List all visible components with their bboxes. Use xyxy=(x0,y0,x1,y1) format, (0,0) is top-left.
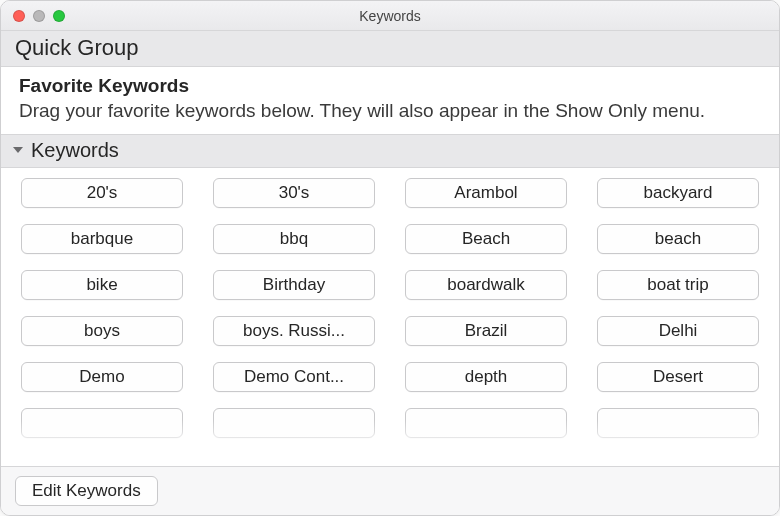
keyword-button[interactable]: beach xyxy=(597,224,759,254)
keyword-button[interactable]: Brazil xyxy=(405,316,567,346)
bottom-toolbar: Edit Keywords xyxy=(1,466,779,515)
zoom-icon[interactable] xyxy=(53,10,65,22)
keyword-button[interactable] xyxy=(405,408,567,438)
favorites-panel: Favorite Keywords Drag your favorite key… xyxy=(1,67,779,134)
close-icon[interactable] xyxy=(13,10,25,22)
keyword-button[interactable]: boat trip xyxy=(597,270,759,300)
keyword-button[interactable] xyxy=(597,408,759,438)
keyword-button[interactable] xyxy=(21,408,183,438)
keyword-button[interactable]: Birthday xyxy=(213,270,375,300)
favorites-title: Favorite Keywords xyxy=(19,75,761,97)
quick-group-label: Quick Group xyxy=(15,35,139,60)
keyword-button[interactable]: bike xyxy=(21,270,183,300)
disclosure-triangle-icon[interactable] xyxy=(9,141,27,159)
keywords-header-label: Keywords xyxy=(31,139,119,162)
keyword-button[interactable]: 20's xyxy=(21,178,183,208)
minimize-icon[interactable] xyxy=(33,10,45,22)
keyword-button[interactable]: Delhi xyxy=(597,316,759,346)
keyword-button[interactable]: Demo xyxy=(21,362,183,392)
keyword-button[interactable]: barbque xyxy=(21,224,183,254)
keyword-button[interactable]: boys xyxy=(21,316,183,346)
keyword-button[interactable]: depth xyxy=(405,362,567,392)
keywords-grid: 20's30'sArambolbackyardbarbquebbqBeachbe… xyxy=(21,178,759,438)
keyword-button[interactable]: Arambol xyxy=(405,178,567,208)
keyword-button[interactable]: Beach xyxy=(405,224,567,254)
edit-keywords-button[interactable]: Edit Keywords xyxy=(15,476,158,506)
traffic-lights xyxy=(1,10,65,22)
keywords-scroll-area[interactable]: 20's30'sArambolbackyardbarbquebbqBeachbe… xyxy=(1,168,779,466)
keyword-button[interactable] xyxy=(213,408,375,438)
favorites-description: Drag your favorite keywords below. They … xyxy=(19,99,761,124)
quick-group-header[interactable]: Quick Group xyxy=(1,31,779,67)
keyword-button[interactable]: boardwalk xyxy=(405,270,567,300)
titlebar: Keywords xyxy=(1,1,779,31)
keywords-header[interactable]: Keywords xyxy=(1,134,779,168)
keyword-button[interactable]: 30's xyxy=(213,178,375,208)
keyword-button[interactable]: backyard xyxy=(597,178,759,208)
keyword-button[interactable]: boys. Russi... xyxy=(213,316,375,346)
window-title: Keywords xyxy=(1,8,779,24)
keyword-button[interactable]: Desert xyxy=(597,362,759,392)
keyword-button[interactable]: bbq xyxy=(213,224,375,254)
keywords-window: Keywords Quick Group Favorite Keywords D… xyxy=(0,0,780,516)
keyword-button[interactable]: Demo Cont... xyxy=(213,362,375,392)
